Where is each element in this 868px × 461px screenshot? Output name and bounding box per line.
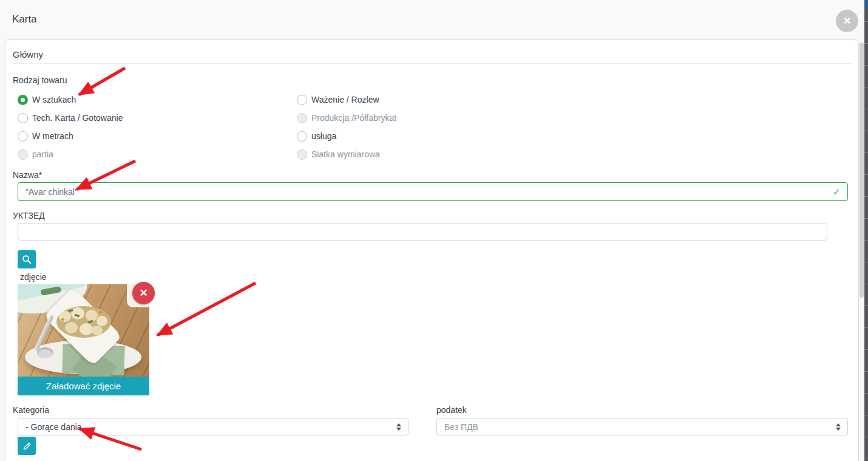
pencil-icon — [22, 442, 32, 451]
radio-usluga[interactable]: usługa — [297, 131, 336, 142]
modal-karta: Karta ✕ Główny Rodzaj towaru W sztukach … — [0, 0, 868, 461]
background-page-edge — [864, 0, 868, 461]
section-title: Główny — [13, 49, 43, 60]
search-button[interactable] — [18, 250, 36, 268]
select-arrows-icon — [396, 423, 401, 431]
radio-siatka-wymiarowa: Siatka wymiarowa — [297, 149, 380, 160]
radio-disabled-icon — [297, 113, 307, 123]
select-arrows-icon — [836, 423, 841, 431]
radio-unselected-icon[interactable] — [18, 131, 28, 142]
valid-check-icon: ✓ — [833, 186, 841, 197]
product-photo — [18, 284, 149, 377]
name-input[interactable] — [18, 182, 848, 201]
upload-photo-button[interactable]: Załadować zdjęcie — [18, 377, 149, 395]
radio-w-sztukach[interactable]: W sztukach — [18, 94, 76, 105]
photo-broth — [56, 306, 111, 338]
radio-w-metrach[interactable]: W metrach — [18, 131, 73, 142]
tax-select[interactable]: Без ПДВ — [436, 418, 848, 435]
radio-unselected-icon[interactable] — [18, 113, 28, 123]
uktzed-label: УКТЗЕД — [13, 211, 45, 220]
search-icon — [22, 254, 32, 264]
category-label: Kategoria — [13, 405, 49, 415]
modal-scrollbar-thumb[interactable] — [860, 43, 864, 298]
name-label: Nazwa* — [13, 170, 42, 180]
radio-disabled-icon — [297, 149, 307, 160]
radio-disabled-icon — [18, 149, 28, 160]
product-type-label: Rodzaj towaru — [13, 75, 67, 85]
modal-title: Karta — [12, 13, 37, 26]
radio-tech-karta-gotowanie[interactable]: Tech. Karta / Gotowanie — [18, 112, 123, 123]
tax-label: podatek — [436, 405, 467, 415]
section-divider — [13, 63, 852, 64]
main-panel — [5, 39, 859, 461]
background-page-edge-header — [864, 0, 868, 8]
radio-wazenie-rozlew[interactable]: Ważenie / Rozlew — [297, 94, 379, 105]
photo-spoon-bowl — [37, 347, 53, 358]
edit-category-button[interactable] — [18, 437, 36, 455]
category-select[interactable]: - Gorące dania — [18, 418, 409, 435]
radio-partia: partia — [18, 149, 53, 160]
radio-produkcja-polfabrykat: Produkcja /Półfabrykat — [297, 112, 396, 123]
radio-unselected-icon[interactable] — [297, 131, 307, 142]
radio-selected-icon[interactable] — [18, 95, 28, 105]
radio-unselected-icon[interactable] — [297, 95, 307, 105]
delete-photo-icon[interactable]: ✕ — [132, 282, 155, 304]
close-icon[interactable]: ✕ — [836, 10, 858, 32]
uktzed-input[interactable] — [18, 223, 827, 241]
photo-label: zdjęcie — [20, 272, 47, 282]
